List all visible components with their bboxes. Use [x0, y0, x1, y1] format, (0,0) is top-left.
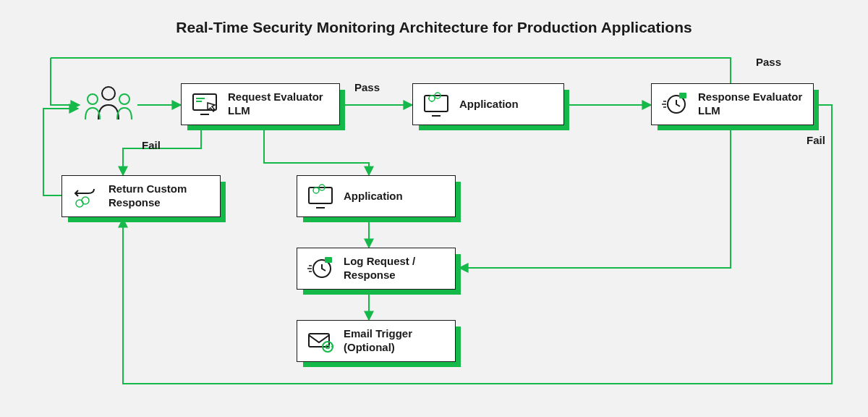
node-request-evaluator: Request Evaluator LLM [181, 83, 340, 125]
node-label: Response Evaluator LLM [698, 90, 804, 118]
app-screen-icon [422, 90, 451, 119]
users-icon [80, 83, 137, 127]
return-icon [71, 182, 100, 211]
clock-icon [306, 254, 335, 283]
node-return-custom: Return Custom Response [61, 175, 221, 217]
click-screen-icon [190, 90, 219, 119]
svg-rect-12 [679, 93, 686, 98]
svg-point-2 [119, 94, 129, 104]
node-label: Return Custom Response [109, 182, 211, 210]
node-email-trigger: Email Trigger (Optional) [297, 320, 456, 362]
edge-label-fail-right: Fail [807, 134, 825, 146]
diagram-canvas: Request Evaluator LLM Application Respon… [22, 51, 846, 398]
node-application-top: Application [412, 83, 564, 125]
node-log-request: Log Request / Response [297, 248, 456, 290]
svg-point-9 [429, 96, 435, 101]
node-label: Application [344, 190, 403, 203]
svg-rect-21 [309, 334, 329, 347]
svg-point-1 [88, 94, 98, 104]
node-label: Application [459, 98, 519, 111]
edge-label-pass-top: Pass [354, 81, 380, 93]
node-label: Log Request / Response [344, 255, 446, 282]
svg-point-14 [82, 197, 89, 204]
svg-rect-20 [325, 257, 332, 263]
svg-point-17 [313, 188, 319, 193]
clock-icon [660, 90, 689, 119]
node-label: Request Evaluator LLM [228, 90, 331, 118]
node-response-evaluator: Response Evaluator LLM [651, 83, 814, 125]
node-label: Email Trigger (Optional) [344, 327, 446, 355]
app-screen-icon [306, 182, 335, 211]
email-icon [306, 327, 335, 355]
svg-point-0 [102, 87, 115, 100]
diagram-title: Real-Time Security Monitoring Architectu… [0, 0, 868, 36]
edge-label-pass-right: Pass [756, 56, 781, 68]
edge-label-fail-left: Fail [142, 139, 161, 151]
node-application-mid: Application [297, 175, 456, 217]
